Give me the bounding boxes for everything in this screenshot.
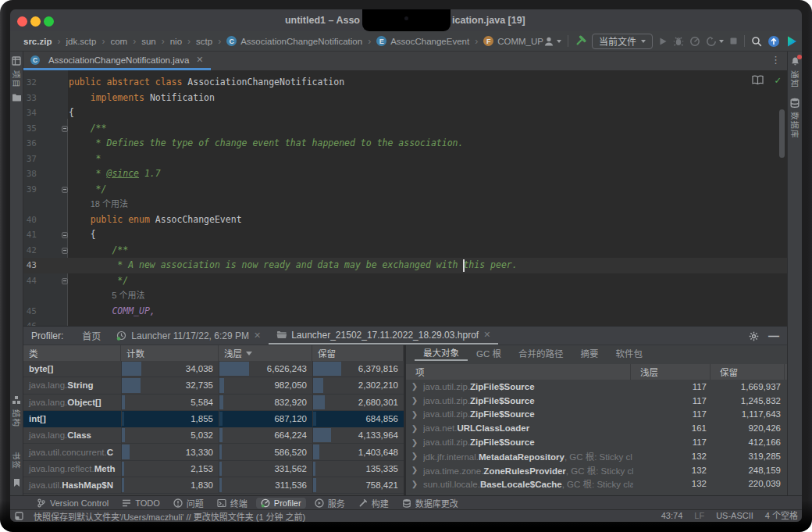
tab-options-icon[interactable]: ⋮ [771, 54, 781, 66]
breadcrumb-item[interactable]: FCOMM_UP [483, 36, 543, 46]
sidebar-item-project[interactable]: 项目 [12, 70, 21, 88]
caret-position[interactable]: 43:74 [661, 510, 683, 523]
close-window-button[interactable] [17, 16, 27, 27]
editor-scrollbar[interactable] [779, 109, 785, 158]
toolbar-item-todo[interactable]: TODO [117, 498, 165, 509]
class-table-row[interactable]: byte[]34,0386,626,2436,379,816 [23, 361, 404, 377]
bookmark-icon[interactable] [12, 478, 21, 487]
editor-tab[interactable]: C AssociationChangeNotification.java ✕ [23, 52, 211, 70]
line-separator[interactable]: LF [694, 510, 704, 523]
zoom-window-button[interactable] [44, 16, 54, 27]
close-tab-icon[interactable]: ✕ [483, 330, 490, 340]
breadcrumb-item[interactable]: jdk.sctp [66, 37, 96, 46]
close-tab-icon[interactable]: ✕ [196, 55, 203, 65]
inspections-ok-icon[interactable]: ✓ [775, 74, 781, 86]
usages-inlay-hint[interactable]: 5 个用法 [112, 291, 144, 300]
object-table-row[interactable]: ❯java.util.zip.ZipFile$Source117412,166 [406, 435, 787, 449]
class-table-row[interactable]: java.lang.Object[]5,584832,9202,680,301 [23, 395, 404, 411]
usages-inlay-hint[interactable]: 18 个用法 [91, 199, 128, 209]
fold-marker-icon[interactable] [62, 187, 68, 193]
breadcrumb-item[interactable]: nio [170, 37, 182, 46]
toolbar-item-version-control[interactable]: Version Control [32, 498, 113, 509]
class-table-row[interactable]: int[]1,855687,120684,856 [23, 411, 404, 427]
toolbar-item-构建[interactable]: 构建 [354, 496, 394, 510]
object-table-row[interactable]: ❯java.util.zip.ZipFile$Source1171,117,64… [406, 408, 787, 422]
expand-chevron-icon[interactable]: ❯ [406, 424, 423, 433]
class-table-row[interactable]: java.util.concurrent.C13,330586,5201,403… [23, 444, 404, 460]
sidebar-item-structure[interactable]: 结构 [12, 409, 21, 427]
close-tab-icon[interactable]: ✕ [254, 330, 261, 341]
status-message[interactable]: 快照保存到默认文件夹'/Users/maczhuli' // 更改快照文件夹 (… [34, 510, 305, 523]
sidebar-item-database[interactable]: 数据库 [791, 112, 800, 139]
run-button[interactable] [658, 37, 668, 46]
toolbar-item-数据库更改[interactable]: 数据库更改 [397, 496, 463, 510]
hide-panel-icon[interactable]: — [768, 332, 779, 340]
detail-tab[interactable]: 最大对象 [415, 345, 468, 361]
project-tab-icon[interactable] [12, 56, 21, 66]
stop-button[interactable] [729, 37, 738, 45]
column-header[interactable]: 保留 [312, 345, 404, 361]
column-header[interactable]: 浅层 [631, 364, 710, 380]
expand-chevron-icon[interactable]: ❯ [406, 438, 423, 447]
minimize-window-button[interactable] [30, 16, 41, 27]
sidebar-item-notifications[interactable]: 通知 [791, 70, 800, 88]
detail-tab[interactable]: 软件包 [607, 345, 651, 361]
sidebar-item-bookmarks[interactable]: 书签 [12, 452, 21, 470]
coverage-button[interactable] [706, 36, 724, 47]
class-table-row[interactable]: java.lang.String32,735982,0502,302,210 [23, 377, 404, 394]
breadcrumb-item[interactable]: com [110, 37, 127, 46]
object-table-row[interactable]: ❯java.util.zip.ZipFile$Source1171,245,83… [406, 394, 787, 408]
fold-marker-icon[interactable] [62, 278, 68, 284]
code-with-me-icon[interactable] [785, 35, 798, 48]
breadcrumb-item[interactable]: CAssociationChangeNotification [226, 36, 362, 46]
toolbar-item-服务[interactable]: 服务 [310, 496, 350, 510]
structure-icon[interactable] [12, 395, 21, 405]
column-header[interactable]: 项 [406, 364, 631, 380]
object-table-row[interactable]: ❯java.util.zip.ZipFile$Source1171,669,93… [406, 380, 787, 394]
indent-style[interactable]: 4 个空格 [765, 510, 798, 523]
notifications-bell-icon[interactable] [790, 56, 800, 66]
object-table-row[interactable]: ❯java.time.zone.ZoneRulesProvider, GC 根:… [406, 463, 787, 477]
user-profile-icon[interactable] [543, 36, 561, 47]
toolbar-item-profiler[interactable]: Profiler [256, 498, 306, 509]
folder-icon[interactable] [12, 93, 22, 102]
class-table-row[interactable]: java.lang.reflect.Meth2,153331,562135,33… [23, 461, 404, 477]
breadcrumb-item[interactable]: EAssocChangeEvent [376, 36, 469, 46]
database-icon[interactable] [790, 98, 800, 108]
column-header[interactable]: 保留 [710, 364, 785, 380]
detail-tab[interactable]: 摘要 [572, 345, 607, 361]
detail-tab[interactable]: GC 根 [468, 345, 510, 361]
breadcrumb-item[interactable]: src.zip [23, 37, 52, 46]
profiler-tab-hprof[interactable]: Launcher_21502_17.11.2022_18.29.03.hprof… [269, 327, 498, 345]
expand-chevron-icon[interactable]: ❯ [406, 480, 423, 488]
expand-chevron-icon[interactable]: ❯ [406, 452, 423, 460]
toolbar-item-终端[interactable]: 终端 [212, 496, 252, 510]
fold-marker-icon[interactable] [62, 126, 68, 132]
fold-marker-icon[interactable] [62, 248, 68, 254]
detail-tab[interactable]: 合并的路径 [510, 345, 572, 361]
profiler-settings-icon[interactable] [749, 331, 759, 341]
build-hammer-icon[interactable] [575, 35, 586, 47]
code-editor[interactable]: 32public abstract class AssociationChang… [23, 70, 787, 326]
search-everywhere-icon[interactable] [751, 36, 762, 47]
expand-chevron-icon[interactable]: ❯ [406, 410, 423, 419]
run-configuration-select[interactable]: 当前文件 [592, 34, 653, 49]
class-table-row[interactable]: java.util.HashMap$N1,830311,536758,421 [23, 477, 404, 494]
column-header[interactable]: 浅层 [219, 345, 312, 361]
expand-chevron-icon[interactable]: ❯ [406, 396, 423, 405]
profiler-tab-home[interactable]: 首页 [74, 327, 109, 345]
ide-update-icon[interactable] [767, 35, 780, 48]
object-table-row[interactable]: ❯jdk.jfr.internal.MetadataRepository, GC… [406, 449, 787, 463]
profiler-run-button[interactable] [689, 36, 700, 47]
column-header[interactable]: 计数 [121, 345, 219, 361]
object-table-row[interactable]: ❯sun.util.locale.BaseLocale$Cache, GC 根:… [406, 477, 787, 491]
expand-chevron-icon[interactable]: ❯ [406, 382, 423, 391]
toolwindow-switcher-icon[interactable] [15, 512, 23, 520]
column-header[interactable]: 类 [23, 345, 121, 361]
fold-marker-icon[interactable] [62, 232, 68, 238]
toolbar-item-问题[interactable]: 问题 [169, 496, 208, 510]
breadcrumb-item[interactable]: sctp [196, 37, 212, 46]
file-encoding[interactable]: US-ASCII [716, 510, 753, 523]
breadcrumb-item[interactable]: sun [141, 37, 156, 46]
debug-button[interactable] [673, 36, 684, 47]
